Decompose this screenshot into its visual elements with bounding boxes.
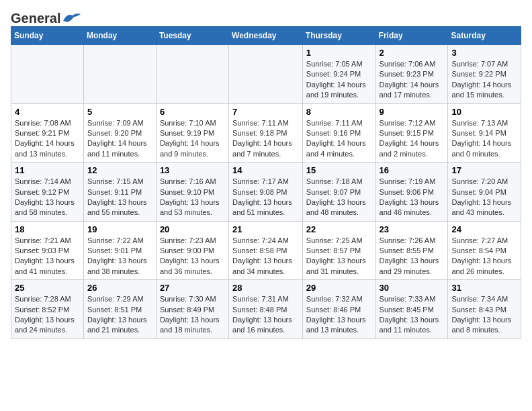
calendar-cell: 4Sunrise: 7:08 AM Sunset: 9:21 PM Daylig… — [11, 103, 84, 163]
day-info: Sunrise: 7:29 AM Sunset: 8:51 PM Dayligh… — [87, 294, 152, 336]
page-header: General — [11, 11, 521, 24]
day-number: 3 — [451, 48, 517, 58]
day-number: 18 — [15, 224, 80, 234]
day-number: 21 — [232, 224, 299, 234]
calendar-cell: 27Sunrise: 7:30 AM Sunset: 8:49 PM Dayli… — [156, 280, 228, 339]
day-info: Sunrise: 7:32 AM Sunset: 8:46 PM Dayligh… — [306, 294, 372, 336]
day-info: Sunrise: 7:34 AM Sunset: 8:43 PM Dayligh… — [451, 294, 517, 336]
day-number: 12 — [87, 165, 152, 175]
day-info: Sunrise: 7:22 AM Sunset: 9:01 PM Dayligh… — [87, 236, 152, 277]
day-number: 5 — [87, 107, 152, 117]
day-info: Sunrise: 7:14 AM Sunset: 9:12 PM Dayligh… — [15, 177, 80, 218]
calendar-cell: 16Sunrise: 7:19 AM Sunset: 9:06 PM Dayli… — [375, 163, 448, 222]
calendar-cell: 30Sunrise: 7:33 AM Sunset: 8:45 PM Dayli… — [375, 280, 448, 339]
day-info: Sunrise: 7:06 AM Sunset: 9:23 PM Dayligh… — [380, 59, 445, 101]
day-info: Sunrise: 7:27 AM Sunset: 8:54 PM Dayligh… — [451, 236, 517, 277]
calendar-cell: 11Sunrise: 7:14 AM Sunset: 9:12 PM Dayli… — [11, 163, 84, 222]
day-info: Sunrise: 7:16 AM Sunset: 9:10 PM Dayligh… — [160, 177, 225, 218]
calendar-cell — [229, 45, 303, 104]
day-number: 25 — [15, 283, 80, 293]
day-number: 13 — [160, 165, 225, 175]
calendar-cell: 20Sunrise: 7:23 AM Sunset: 9:00 PM Dayli… — [156, 221, 228, 280]
day-info: Sunrise: 7:24 AM Sunset: 8:58 PM Dayligh… — [232, 236, 299, 277]
calendar-week-row: 11Sunrise: 7:14 AM Sunset: 9:12 PM Dayli… — [11, 163, 521, 222]
column-header-wednesday: Wednesday — [229, 27, 303, 45]
day-info: Sunrise: 7:13 AM Sunset: 9:14 PM Dayligh… — [451, 118, 517, 160]
calendar-cell: 21Sunrise: 7:24 AM Sunset: 8:58 PM Dayli… — [229, 221, 303, 280]
calendar-week-row: 25Sunrise: 7:28 AM Sunset: 8:52 PM Dayli… — [11, 280, 521, 339]
calendar-table: SundayMondayTuesdayWednesdayThursdayFrid… — [11, 26, 521, 339]
day-number: 4 — [15, 107, 80, 117]
day-info: Sunrise: 7:09 AM Sunset: 9:20 PM Dayligh… — [87, 118, 152, 160]
day-info: Sunrise: 7:19 AM Sunset: 9:06 PM Dayligh… — [380, 177, 445, 218]
day-number: 9 — [380, 107, 445, 117]
day-number: 8 — [306, 107, 372, 117]
calendar-cell: 14Sunrise: 7:17 AM Sunset: 9:08 PM Dayli… — [229, 163, 303, 222]
calendar-cell: 22Sunrise: 7:25 AM Sunset: 8:57 PM Dayli… — [302, 221, 375, 280]
column-header-friday: Friday — [375, 27, 448, 45]
logo-bird-icon — [62, 11, 82, 26]
day-info: Sunrise: 7:31 AM Sunset: 8:48 PM Dayligh… — [232, 294, 299, 336]
day-info: Sunrise: 7:26 AM Sunset: 8:55 PM Dayligh… — [380, 236, 445, 277]
calendar-cell: 7Sunrise: 7:11 AM Sunset: 9:18 PM Daylig… — [229, 103, 303, 163]
day-info: Sunrise: 7:05 AM Sunset: 9:24 PM Dayligh… — [306, 59, 372, 101]
calendar-cell: 18Sunrise: 7:21 AM Sunset: 9:03 PM Dayli… — [11, 221, 84, 280]
day-number: 10 — [451, 107, 517, 117]
calendar-cell: 24Sunrise: 7:27 AM Sunset: 8:54 PM Dayli… — [448, 221, 521, 280]
calendar-cell: 12Sunrise: 7:15 AM Sunset: 9:11 PM Dayli… — [83, 163, 156, 222]
column-header-sunday: Sunday — [11, 27, 84, 45]
calendar-cell: 5Sunrise: 7:09 AM Sunset: 9:20 PM Daylig… — [83, 103, 156, 163]
calendar-week-row: 1Sunrise: 7:05 AM Sunset: 9:24 PM Daylig… — [11, 45, 521, 104]
day-info: Sunrise: 7:08 AM Sunset: 9:21 PM Dayligh… — [15, 118, 80, 160]
column-header-monday: Monday — [83, 27, 156, 45]
calendar-cell: 13Sunrise: 7:16 AM Sunset: 9:10 PM Dayli… — [156, 163, 228, 222]
day-number: 11 — [15, 165, 80, 175]
calendar-cell: 2Sunrise: 7:06 AM Sunset: 9:23 PM Daylig… — [375, 45, 448, 104]
day-number: 24 — [451, 224, 517, 234]
day-number: 29 — [306, 283, 372, 293]
calendar-cell: 31Sunrise: 7:34 AM Sunset: 8:43 PM Dayli… — [448, 280, 521, 339]
day-info: Sunrise: 7:18 AM Sunset: 9:07 PM Dayligh… — [306, 177, 372, 218]
calendar-week-row: 18Sunrise: 7:21 AM Sunset: 9:03 PM Dayli… — [11, 221, 521, 280]
day-info: Sunrise: 7:21 AM Sunset: 9:03 PM Dayligh… — [15, 236, 80, 277]
day-info: Sunrise: 7:20 AM Sunset: 9:04 PM Dayligh… — [451, 177, 517, 218]
calendar-cell: 8Sunrise: 7:11 AM Sunset: 9:16 PM Daylig… — [302, 103, 375, 163]
day-info: Sunrise: 7:23 AM Sunset: 9:00 PM Dayligh… — [160, 236, 225, 277]
calendar-cell: 28Sunrise: 7:31 AM Sunset: 8:48 PM Dayli… — [229, 280, 303, 339]
calendar-cell: 26Sunrise: 7:29 AM Sunset: 8:51 PM Dayli… — [83, 280, 156, 339]
calendar-cell: 29Sunrise: 7:32 AM Sunset: 8:46 PM Dayli… — [302, 280, 375, 339]
day-number: 7 — [232, 107, 299, 117]
day-number: 30 — [380, 283, 445, 293]
calendar-cell: 6Sunrise: 7:10 AM Sunset: 9:19 PM Daylig… — [156, 103, 228, 163]
calendar-header-row: SundayMondayTuesdayWednesdayThursdayFrid… — [11, 27, 521, 45]
day-number: 22 — [306, 224, 372, 234]
calendar-cell: 10Sunrise: 7:13 AM Sunset: 9:14 PM Dayli… — [448, 103, 521, 163]
day-info: Sunrise: 7:12 AM Sunset: 9:15 PM Dayligh… — [380, 118, 445, 160]
calendar-cell: 1Sunrise: 7:05 AM Sunset: 9:24 PM Daylig… — [302, 45, 375, 104]
calendar-cell — [156, 45, 228, 104]
column-header-thursday: Thursday — [302, 27, 375, 45]
day-info: Sunrise: 7:07 AM Sunset: 9:22 PM Dayligh… — [451, 59, 517, 101]
logo: General — [11, 11, 82, 24]
column-header-tuesday: Tuesday — [156, 27, 228, 45]
calendar-cell: 17Sunrise: 7:20 AM Sunset: 9:04 PM Dayli… — [448, 163, 521, 222]
day-number: 15 — [306, 165, 372, 175]
calendar-cell: 23Sunrise: 7:26 AM Sunset: 8:55 PM Dayli… — [375, 221, 448, 280]
calendar-cell: 25Sunrise: 7:28 AM Sunset: 8:52 PM Dayli… — [11, 280, 84, 339]
day-number: 20 — [160, 224, 225, 234]
day-number: 17 — [451, 165, 517, 175]
day-number: 14 — [232, 165, 299, 175]
day-number: 6 — [160, 107, 225, 117]
day-info: Sunrise: 7:25 AM Sunset: 8:57 PM Dayligh… — [306, 236, 372, 277]
day-info: Sunrise: 7:11 AM Sunset: 9:16 PM Dayligh… — [306, 118, 372, 160]
day-number: 31 — [451, 283, 517, 293]
calendar-week-row: 4Sunrise: 7:08 AM Sunset: 9:21 PM Daylig… — [11, 103, 521, 163]
day-info: Sunrise: 7:30 AM Sunset: 8:49 PM Dayligh… — [160, 294, 225, 336]
day-info: Sunrise: 7:28 AM Sunset: 8:52 PM Dayligh… — [15, 294, 80, 336]
day-number: 19 — [87, 224, 152, 234]
calendar-cell — [83, 45, 156, 104]
day-number: 23 — [380, 224, 445, 234]
column-header-saturday: Saturday — [448, 27, 521, 45]
day-number: 16 — [380, 165, 445, 175]
logo-general: General — [11, 11, 60, 26]
